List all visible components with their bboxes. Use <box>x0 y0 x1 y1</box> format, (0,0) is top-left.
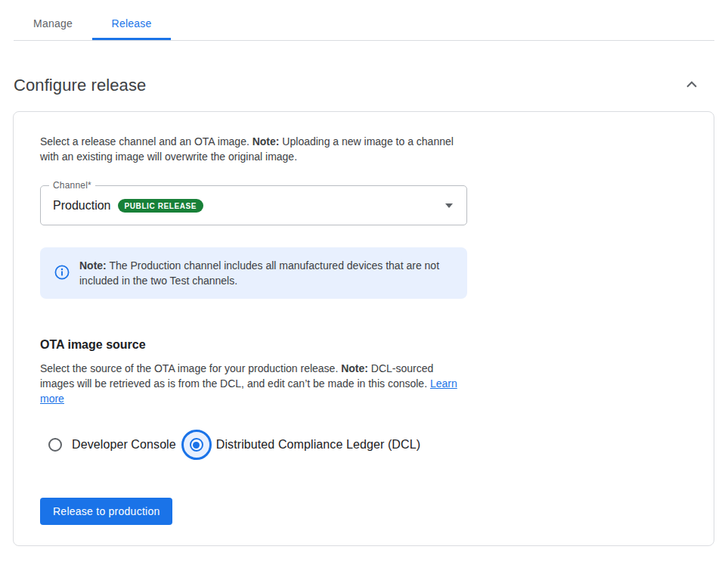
intro-note-label: Note: <box>252 135 280 147</box>
radio-dcl[interactable]: Distributed Compliance Ledger (DCL) <box>176 430 420 460</box>
note-box: Note: The Production channel includes al… <box>40 247 467 299</box>
ota-source-radio-group: Developer Console Distributed Compliance… <box>40 430 714 460</box>
ota-source-heading: OTA image source <box>40 338 714 352</box>
radio-dcl-label: Distributed Compliance Ledger (DCL) <box>216 438 420 452</box>
info-icon <box>54 265 70 288</box>
channel-select-value: Production <box>53 199 111 213</box>
intro-text: Select a release channel and an OTA imag… <box>40 134 465 164</box>
public-release-badge: PUBLIC RELEASE <box>118 199 204 213</box>
radio-developer-console[interactable]: Developer Console <box>40 438 176 452</box>
radio-checked-ring <box>190 438 203 452</box>
tab-bar: Manage Release <box>14 0 714 41</box>
ota-desc-before: Select the source of the OTA image for y… <box>40 362 341 374</box>
chevron-up-icon <box>683 76 700 95</box>
release-to-production-button[interactable]: Release to production <box>40 498 172 525</box>
collapse-section-button[interactable] <box>681 75 702 96</box>
radio-checked-dot <box>193 442 200 449</box>
intro-text-before: Select a release channel and an OTA imag… <box>40 135 252 147</box>
section-header: Configure release <box>14 75 714 96</box>
channel-select[interactable]: Channel* Production PUBLIC RELEASE <box>40 185 467 225</box>
tab-manage[interactable]: Manage <box>14 0 92 40</box>
note-box-body: The Production channel includes all manu… <box>79 259 439 287</box>
note-box-text: Note: The Production channel includes al… <box>79 258 449 288</box>
tab-release[interactable]: Release <box>92 0 171 40</box>
note-box-note-label: Note: <box>79 259 107 272</box>
dropdown-arrow-icon[interactable] <box>445 203 453 208</box>
radio-checked-icon[interactable] <box>181 430 212 460</box>
page-title: Configure release <box>14 76 146 95</box>
ota-note-label: Note: <box>341 362 368 374</box>
configure-release-card: Select a release channel and an OTA imag… <box>13 111 714 546</box>
radio-unchecked-icon[interactable] <box>48 438 62 452</box>
ota-source-description: Select the source of the OTA image for y… <box>40 361 469 406</box>
channel-select-label: Channel* <box>49 180 95 191</box>
radio-developer-console-label: Developer Console <box>72 438 176 452</box>
